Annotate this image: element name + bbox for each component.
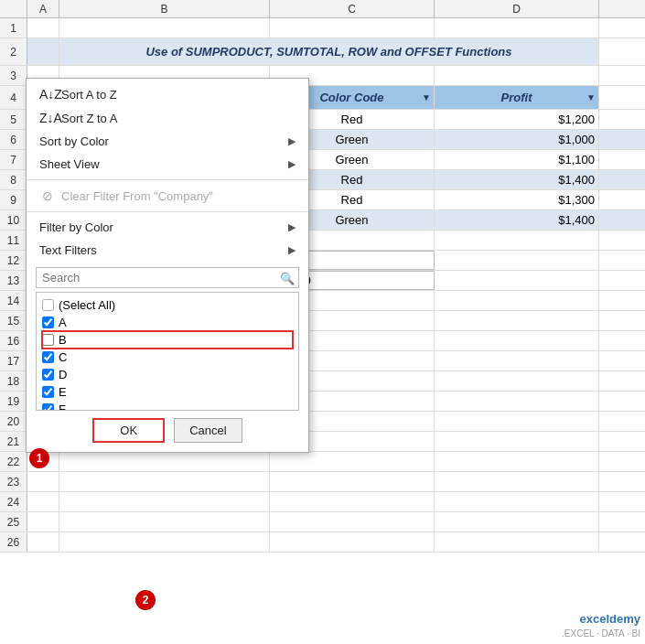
row-num: 19 (0, 392, 27, 411)
dialog-buttons: OK Cancel (36, 418, 299, 443)
spreadsheet: A B C D 1 2 Use of SUMPRODUCT, SUMTOTAL,… (0, 0, 645, 644)
checkbox-list[interactable]: (Select All) A B C D E (36, 292, 299, 411)
cell-d13 (435, 271, 599, 290)
select-all-label: (Select All) (59, 298, 115, 312)
text-filters-label: Text Filters (39, 243, 97, 257)
checkbox-b[interactable] (42, 334, 54, 346)
checkbox-b-label: B (59, 333, 67, 347)
clear-filter-label: Clear Filter From "Company" (61, 189, 213, 203)
sort-az-icon: A↓Z (39, 87, 56, 102)
checkbox-a[interactable] (42, 317, 54, 328)
cell-c1 (270, 18, 435, 38)
text-filters-arrow-icon: ▶ (288, 244, 296, 256)
table-row: 2 Use of SUMPRODUCT, SUMTOTAL, ROW and O… (0, 38, 645, 66)
checkbox-c[interactable] (42, 351, 54, 363)
row-num: 6 (0, 130, 27, 149)
row-num: 3 (0, 66, 27, 85)
checkbox-e-label: E (59, 385, 67, 399)
profit-header-label: Profit (501, 91, 532, 104)
profit-filter-arrow[interactable]: ▼ (586, 92, 596, 102)
cell-d5: $1,200 (435, 110, 599, 129)
table-row: 23 (0, 472, 645, 492)
menu-divider-2 (27, 211, 308, 212)
col-header-d: D (435, 0, 599, 17)
checkbox-f[interactable] (42, 403, 54, 411)
sort-za-label: Sort Z to A (61, 112, 117, 125)
checkbox-d[interactable] (42, 369, 54, 381)
search-input[interactable] (36, 267, 299, 288)
sort-by-color-label: Sort by Color (39, 134, 109, 148)
sort-az-label: Sort A to Z (61, 88, 117, 102)
checkbox-item-a[interactable]: A (42, 314, 293, 331)
checkbox-item-f[interactable]: F (42, 401, 293, 411)
color-code-header-label: Color Code (319, 91, 383, 104)
cell-d12 (435, 251, 599, 270)
sort-z-a-item[interactable]: Z↓A Sort Z to A (27, 106, 308, 130)
row-num: 17 (0, 351, 27, 370)
watermark: exceldemy .EXCEL · DATA · BI (562, 612, 640, 639)
checkbox-select-all[interactable]: (Select All) (42, 296, 293, 314)
cell-d9: $1,300 (435, 190, 599, 209)
checkbox-item-b[interactable]: B (42, 331, 293, 349)
row-num: 24 (0, 492, 27, 511)
filter-by-color-item[interactable]: Filter by Color ▶ (27, 216, 308, 239)
checkbox-item-d[interactable]: D (42, 366, 293, 383)
corner-cell (0, 0, 27, 17)
cancel-button[interactable]: Cancel (174, 418, 242, 443)
checkbox-c-label: C (59, 350, 67, 364)
cell-d3 (435, 66, 599, 85)
row-num: 25 (0, 512, 27, 531)
column-header-row: A B C D (0, 0, 645, 18)
cell-d6: $1,000 (435, 130, 599, 149)
row-num: 20 (0, 412, 27, 431)
row-num: 11 (0, 231, 27, 250)
checkbox-item-c[interactable]: C (42, 349, 293, 366)
cell-a2 (27, 38, 59, 65)
sheet-view-arrow-icon: ▶ (288, 158, 296, 170)
sort-by-color-arrow-icon: ▶ (288, 135, 296, 147)
filter-dropdown-menu: A↓Z Sort A to Z Z↓A Sort Z to A Sort by … (26, 78, 309, 453)
table-row: 22 (0, 452, 645, 472)
sort-a-z-item[interactable]: A↓Z Sort A to Z (27, 82, 308, 106)
row-num: 22 (0, 452, 27, 471)
row-num: 7 (0, 150, 27, 169)
ok-button[interactable]: OK (92, 418, 165, 443)
sheet-view-item[interactable]: Sheet View ▶ (27, 153, 308, 176)
title-cell: Use of SUMPRODUCT, SUMTOTAL, ROW and OFF… (59, 38, 599, 65)
clear-filter-icon: ⊘ (39, 188, 56, 203)
text-filters-item[interactable]: Text Filters ▶ (27, 239, 308, 262)
menu-divider-1 (27, 179, 308, 180)
sort-za-icon: Z↓A (39, 111, 56, 125)
row-num: 4 (0, 86, 27, 109)
cell-d11 (435, 231, 599, 250)
row-num: 9 (0, 190, 27, 209)
row-num: 12 (0, 251, 27, 270)
col-header-a: A (27, 0, 59, 17)
color-code-filter-arrow[interactable]: ▼ (422, 92, 431, 102)
clear-filter-item[interactable]: ⊘ Clear Filter From "Company" (27, 184, 308, 208)
cell-d8: $1,400 (435, 170, 599, 189)
row-num: 26 (0, 532, 27, 552)
row-num: 13 (0, 271, 27, 290)
checkbox-item-e[interactable]: E (42, 383, 293, 401)
col-header-c: C (270, 0, 435, 17)
search-box-wrap: 🔍 (36, 267, 299, 288)
watermark-brand: exceldemy (562, 612, 640, 628)
table-row: 26 (0, 532, 645, 553)
checkbox-d-label: D (59, 368, 67, 381)
filter-by-color-label: Filter by Color (39, 220, 113, 234)
select-all-checkbox[interactable] (42, 299, 54, 311)
checkbox-e[interactable] (42, 386, 54, 398)
cell-d1 (435, 18, 599, 38)
header-profit[interactable]: Profit ▼ (435, 86, 599, 109)
watermark-tagline: .EXCEL · DATA · BI (562, 628, 640, 639)
row-num: 15 (0, 311, 27, 330)
sort-by-color-item[interactable]: Sort by Color ▶ (27, 130, 308, 153)
badge-1: 1 (29, 448, 49, 468)
table-row: 24 (0, 492, 645, 512)
col-header-b: B (59, 0, 270, 17)
row-num: 8 (0, 170, 27, 189)
row-num: 1 (0, 18, 27, 38)
sheet-view-label: Sheet View (39, 157, 100, 171)
row-num: 21 (0, 432, 27, 451)
